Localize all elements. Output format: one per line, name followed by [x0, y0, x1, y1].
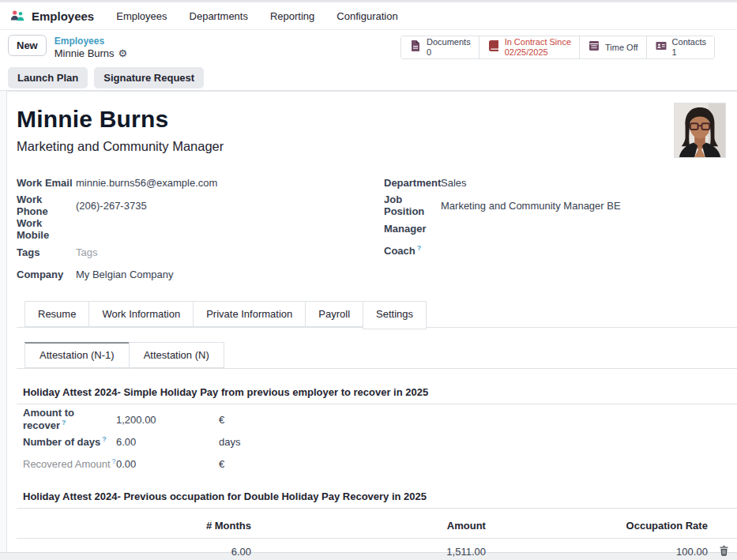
- amount-to-recover-input[interactable]: 1,200.00: [116, 414, 219, 426]
- tab-resume[interactable]: Resume: [24, 301, 89, 327]
- currency-unit: €: [219, 458, 224, 470]
- tags-label: Tags: [17, 246, 76, 258]
- company-label: Company: [17, 269, 76, 280]
- help-icon: ?: [417, 244, 422, 252]
- employees-app-icon: [9, 8, 25, 24]
- help-icon: ?: [62, 419, 66, 427]
- documents-count: 0: [427, 47, 471, 58]
- breadcrumb: Employees Minnie Burns ⚙: [55, 35, 128, 60]
- amount-to-recover-row: Amount to recover? 1,200.00 €: [23, 408, 737, 430]
- trash-icon: [719, 547, 729, 558]
- recovered-amount-value: 0.00: [116, 458, 219, 470]
- contract-book-icon: [487, 39, 500, 55]
- table-header-row: # Months Amount Occupation Rate: [17, 513, 737, 539]
- time-off-label: Time Off: [605, 43, 638, 53]
- statusbar: Launch Plan Signature Request: [0, 65, 737, 91]
- work-email-label: Work Email: [17, 177, 76, 189]
- double-holiday-pay-title: Holiday Attest 2024- Previous occupation…: [17, 484, 737, 509]
- tags-input[interactable]: Tags: [76, 246, 97, 258]
- field-department: Department Sales: [384, 171, 737, 194]
- work-mobile-label: Work Mobile: [17, 217, 76, 241]
- employee-job-title[interactable]: Marketing and Community Manager: [17, 139, 737, 154]
- occupation-rate-column-header[interactable]: Occupation Rate: [489, 513, 711, 539]
- contract-stat-button[interactable]: In Contract Since 02/25/2025: [479, 36, 579, 58]
- subtab-attestation-n[interactable]: Attestation (N): [129, 342, 224, 368]
- nav-item-employees[interactable]: Employees: [116, 10, 167, 22]
- simple-holiday-pay-title: Holiday Attest 2024- Simple Holiday Pay …: [17, 380, 737, 404]
- control-panel: New Employees Minnie Burns ⚙: [0, 30, 737, 65]
- field-tags: Tags Tags: [17, 241, 384, 263]
- job-position-value[interactable]: Marketing and Community Manager BE: [441, 200, 621, 212]
- tab-work-information[interactable]: Work Information: [88, 301, 194, 327]
- work-email-value[interactable]: minnie.burns56@example.com: [76, 177, 217, 189]
- double-holiday-pay-section: Holiday Attest 2024- Previous occupation…: [17, 484, 737, 560]
- field-company: Company My Belgian Company: [17, 263, 384, 285]
- number-of-days-input[interactable]: 6.00: [116, 436, 219, 448]
- months-cell[interactable]: 6.00: [17, 539, 254, 560]
- nav-item-configuration[interactable]: Configuration: [337, 10, 397, 22]
- actions-column-header: [711, 513, 737, 539]
- days-unit: days: [219, 436, 240, 448]
- contacts-stat-button[interactable]: Contacts 1: [646, 36, 714, 58]
- coach-label: Coach?: [384, 244, 441, 257]
- number-of-days-row: Number of days? 6.00 days: [23, 430, 737, 453]
- employee-fields: Work Email minnie.burns56@example.com Wo…: [17, 171, 737, 285]
- field-work-email: Work Email minnie.burns56@example.com: [17, 171, 384, 194]
- stat-button-group: Documents 0 In Contract Since 02/25/2025: [400, 36, 715, 59]
- occupation-rate-cell[interactable]: 100.00: [489, 539, 711, 560]
- tab-private-information[interactable]: Private Information: [193, 301, 306, 327]
- signature-request-button[interactable]: Signature Request: [94, 67, 204, 88]
- nav-item-departments[interactable]: Departments: [190, 10, 248, 22]
- app-window: Employees Employees Departments Reportin…: [0, 0, 737, 560]
- field-work-mobile: Work Mobile: [17, 217, 384, 241]
- employee-form-sheet: Minnie Burns Marketing and Community Man…: [6, 91, 737, 552]
- calendar-icon: [588, 39, 600, 55]
- recovered-amount-row: Recovered Amount? 0.00 €: [23, 453, 737, 475]
- job-position-label: Job Position: [384, 194, 441, 217]
- months-column-header[interactable]: # Months: [17, 513, 254, 539]
- currency-unit: €: [219, 414, 224, 426]
- attestation-subtabs: Attestation (N-1) Attestation (N): [17, 342, 737, 369]
- number-of-days-label: Number of days?: [23, 435, 116, 448]
- help-icon: ?: [112, 457, 116, 465]
- table-row[interactable]: 6.00 1,511.00 100.00: [17, 539, 737, 560]
- field-manager: Manager: [384, 217, 737, 239]
- department-value[interactable]: Sales: [441, 177, 467, 189]
- main-navbar: Employees Employees Departments Reportin…: [0, 2, 737, 30]
- nav-menu: Employees Departments Reporting Configur…: [116, 10, 397, 22]
- nav-item-reporting[interactable]: Reporting: [270, 10, 314, 22]
- gear-icon[interactable]: ⚙: [118, 47, 128, 60]
- contract-since-date: 02/25/2025: [505, 47, 571, 58]
- field-job-position: Job Position Marketing and Community Man…: [384, 194, 737, 217]
- breadcrumb-employees-link[interactable]: Employees: [55, 36, 128, 47]
- launch-plan-button[interactable]: Launch Plan: [8, 67, 88, 88]
- fields-left-column: Work Email minnie.burns56@example.com Wo…: [17, 171, 384, 285]
- work-phone-value[interactable]: (206)-267-3735: [76, 200, 147, 212]
- amount-cell[interactable]: 1,511.00: [254, 539, 489, 560]
- documents-label: Documents: [427, 37, 471, 47]
- subtab-attestation-n1[interactable]: Attestation (N-1): [24, 342, 130, 368]
- field-work-phone: Work Phone (206)-267-3735: [17, 194, 384, 217]
- delete-row-button[interactable]: [711, 539, 737, 560]
- contacts-count: 1: [672, 47, 706, 58]
- field-coach: Coach?: [384, 239, 737, 261]
- address-card-icon: [655, 39, 667, 55]
- manager-label: Manager: [384, 223, 441, 235]
- company-value[interactable]: My Belgian Company: [76, 269, 174, 280]
- tab-payroll[interactable]: Payroll: [305, 301, 363, 327]
- previous-occupation-table: # Months Amount Occupation Rate 6.00 1,5…: [17, 513, 737, 560]
- fields-right-column: Department Sales Job Position Marketing …: [384, 171, 737, 285]
- new-button[interactable]: New: [8, 35, 47, 56]
- time-off-stat-button[interactable]: Time Off: [579, 36, 646, 58]
- department-label: Department: [384, 177, 441, 189]
- sheet-background: Minnie Burns Marketing and Community Man…: [0, 91, 737, 552]
- amount-column-header[interactable]: Amount: [254, 513, 489, 539]
- tab-settings[interactable]: Settings: [363, 301, 427, 329]
- contacts-label: Contacts: [672, 37, 706, 47]
- employee-photo[interactable]: [674, 103, 726, 158]
- help-icon: ?: [102, 435, 107, 443]
- app-switcher[interactable]: Employees: [9, 8, 94, 24]
- app-brand-title: Employees: [32, 9, 94, 23]
- documents-stat-button[interactable]: Documents 0: [401, 36, 479, 58]
- employee-name[interactable]: Minnie Burns: [17, 106, 737, 133]
